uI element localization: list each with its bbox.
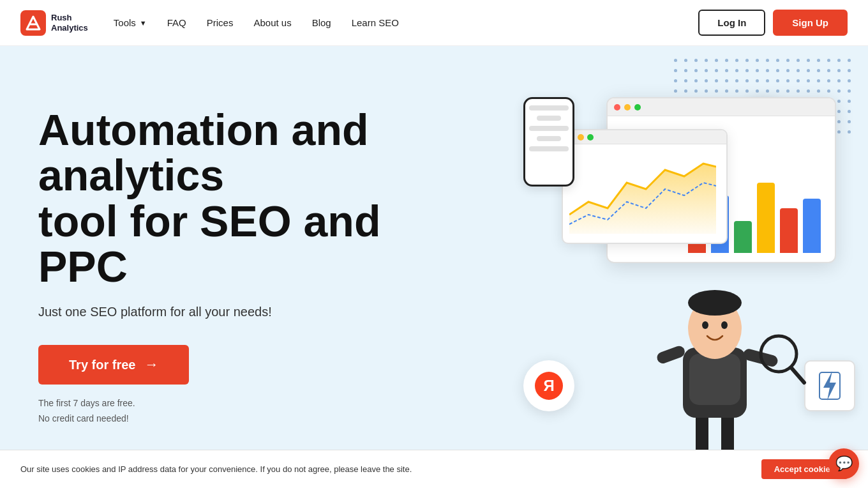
- try-for-free-button[interactable]: Try for free →: [38, 345, 189, 385]
- maximize-dot2: [587, 134, 594, 141]
- minimize-dot: [624, 104, 631, 111]
- svg-line-23: [791, 368, 804, 383]
- svg-rect-15: [689, 354, 740, 405]
- cookie-banner: Our site uses cookies and IP address dat…: [0, 450, 868, 488]
- phone-line-3: [529, 126, 569, 131]
- signup-button[interactable]: Sign Up: [773, 10, 848, 36]
- phone-line-1: [529, 105, 569, 111]
- hero-section: Automation and analytics tool for SEO an…: [0, 46, 868, 488]
- svg-point-19: [688, 290, 742, 316]
- nav-tools[interactable]: Tools ▼: [114, 17, 147, 28]
- nav-prices[interactable]: Prices: [207, 17, 234, 28]
- chevron-down-icon: ▼: [140, 19, 147, 27]
- nav-about[interactable]: About us: [253, 17, 291, 28]
- svg-text:Я: Я: [543, 377, 554, 394]
- nav-faq[interactable]: FAQ: [167, 17, 186, 28]
- nav-left: Rush Analytics Tools ▼ FAQ Prices About …: [20, 10, 399, 36]
- phone-device: [523, 97, 574, 187]
- nav-blog[interactable]: Blog: [312, 17, 331, 28]
- yandex-icon-bubble: Я: [523, 360, 574, 411]
- phone-line-4: [537, 136, 560, 141]
- chat-icon: 💬: [835, 455, 853, 472]
- hero-title: Automation and analytics tool for SEO an…: [38, 107, 434, 290]
- arrow-right-icon: →: [144, 356, 158, 373]
- cookie-text: Our site uses cookies and IP address dat…: [20, 464, 412, 474]
- close-dot: [614, 104, 620, 111]
- logo[interactable]: Rush Analytics: [20, 10, 88, 36]
- phone-line-5: [529, 146, 569, 151]
- chat-bubble-button[interactable]: 💬: [828, 448, 859, 479]
- svg-rect-0: [20, 10, 46, 36]
- monitor2-bar: [563, 130, 726, 144]
- logo-text: Rush Analytics: [51, 13, 88, 33]
- svg-point-21: [721, 321, 728, 329]
- hero-subtitle: Just one SEO platform for all your needs…: [38, 305, 434, 319]
- phone-line-2: [537, 116, 560, 121]
- person-illustration: [613, 220, 817, 488]
- monitor-bar: [608, 98, 835, 116]
- hero-note: The first 7 days are free. No credit car…: [38, 396, 434, 427]
- nav-right: Log In Sign Up: [698, 10, 848, 36]
- hero-illustration: Я: [434, 46, 868, 488]
- nav-links: Tools ▼ FAQ Prices About us Blog Learn S…: [114, 17, 399, 28]
- svg-point-20: [702, 321, 708, 329]
- navbar: Rush Analytics Tools ▼ FAQ Prices About …: [0, 0, 868, 46]
- hero-content: Automation and analytics tool for SEO an…: [38, 107, 434, 427]
- login-button[interactable]: Log In: [698, 10, 765, 36]
- svg-rect-16: [655, 344, 686, 365]
- svg-marker-9: [823, 371, 836, 400]
- maximize-dot: [634, 104, 641, 111]
- nav-learn-seo[interactable]: Learn SEO: [352, 17, 399, 28]
- minimize-dot2: [578, 134, 584, 141]
